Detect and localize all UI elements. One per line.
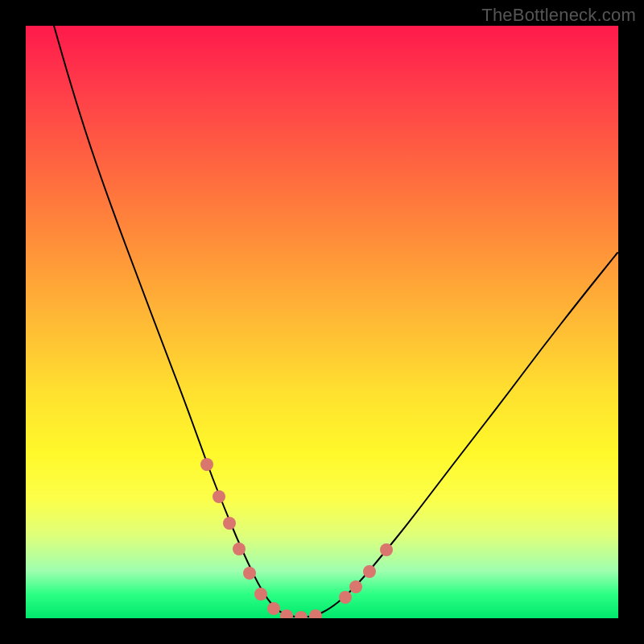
outer-frame: TheBottleneck.com [0,0,644,644]
highlight-dot [309,609,322,618]
highlight-dot [223,517,236,530]
highlight-dot [233,543,246,555]
highlight-dot [200,458,213,471]
plot-area [26,26,618,618]
highlight-dots-group [200,458,393,618]
highlight-dot [280,609,293,618]
highlight-dot [339,591,352,604]
chart-svg [26,26,618,618]
highlight-dot [349,580,362,593]
highlight-dot [243,567,256,580]
highlight-dot [267,602,280,615]
watermark-label: TheBottleneck.com [481,5,636,26]
highlight-dot [213,490,225,503]
highlight-dot [363,565,376,578]
highlight-dot [295,611,308,618]
highlight-dot [380,543,393,556]
bottleneck-curve [54,26,617,617]
highlight-dot [254,588,267,601]
